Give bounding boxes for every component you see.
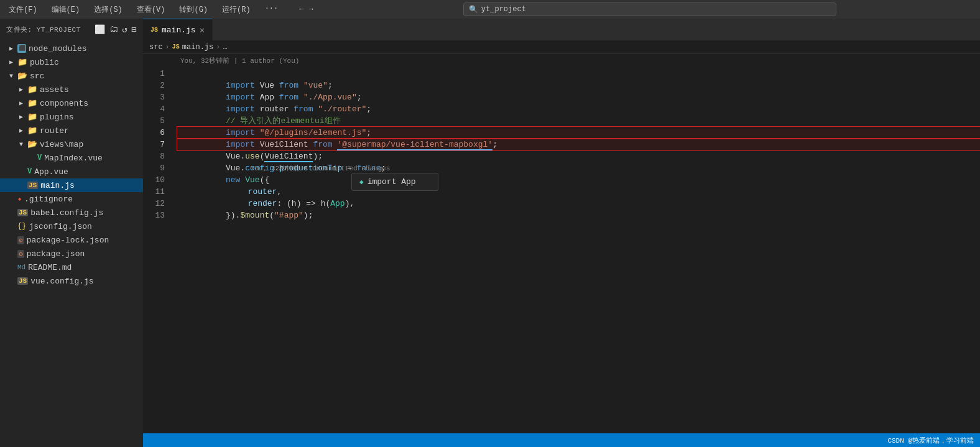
sidebar-item-app-vue[interactable]: ▶ V App.vue [0, 165, 143, 178]
js-icon: JS [27, 182, 38, 189]
folder-icon: 📁 [27, 85, 37, 94]
uncommitted-label: You, 32秒钟前 • Uncommitted changes [251, 165, 390, 172]
autocomplete-item-icon: ◆ [359, 178, 364, 186]
sidebar-item-label: main.js [40, 181, 143, 190]
search-icon: 🔍 [469, 5, 478, 14]
sidebar-item-label: README.md [28, 263, 143, 272]
menu-file[interactable]: 文件(F) [6, 3, 40, 16]
folder-icon: 📁 [27, 98, 37, 108]
sidebar-item-label: src [30, 71, 143, 81]
js-icon: JS [17, 277, 28, 285]
code-editor[interactable]: 1 2 3 4 5 6 7 8 9 10 11 12 13 import Vue… [143, 67, 980, 433]
breadcrumb-file[interactable]: main.js [182, 43, 213, 52]
sidebar-item-plugins[interactable]: ▶ 📁 plugins [0, 110, 143, 124]
line-number: 9 [143, 162, 165, 174]
sidebar-item-label: node_modules [29, 44, 143, 53]
main-layout: 文件夹: YT_PROJECT ⬜ 🗂 ↺ ⊟ ▶ ⬛ node_modules… [0, 19, 980, 447]
sidebar-item-label: plugins [40, 113, 143, 122]
sidebar-item-jsconfig[interactable]: ▶ {} jsconfig.json [0, 219, 143, 233]
line-number: 6 [143, 127, 165, 139]
menu-goto[interactable]: 转到(G) [177, 3, 210, 16]
breadcrumb: src › JS main.js › … [143, 40, 980, 54]
file-tree: ▶ ⬛ node_modules ▶ 📁 public ▼ 📂 src ▶ 📁 … [0, 40, 143, 447]
refresh-icon[interactable]: ↺ [122, 24, 127, 35]
tab-bar: JS main.js ✕ [143, 19, 980, 40]
line-number: 11 [143, 186, 165, 198]
arrow-icon: ▶ [17, 113, 25, 121]
title-bar: 文件(F) 编辑(E) 选择(S) 查看(V) 转到(G) 运行(R) ··· … [0, 0, 980, 19]
code-line-11: render: (h) => h(App), [177, 186, 980, 198]
sidebar-item-mapindex[interactable]: ▶ V MapIndex.vue [0, 151, 143, 165]
vue-icon: V [27, 167, 32, 176]
sidebar-item-label: package-lock.json [27, 236, 143, 245]
code-content[interactable]: import Vue from "vue"; import App from "… [171, 67, 980, 433]
sidebar-item-vue-config[interactable]: ▶ JS vue.config.js [0, 274, 143, 288]
sidebar-item-src[interactable]: ▼ 📂 src [0, 69, 143, 83]
sidebar-item-assets[interactable]: ▶ 📁 assets [0, 83, 143, 96]
sidebar-item-package[interactable]: ▶ ⚙ package.json [0, 247, 143, 260]
sidebar-item-label: assets [40, 85, 143, 94]
sidebar-item-label: MapIndex.vue [44, 154, 143, 163]
new-file-icon[interactable]: ⬜ [95, 24, 106, 35]
menu-select[interactable]: 选择(S) [91, 3, 125, 16]
line-number: 2 [143, 80, 165, 91]
arrow-icon: ▶ [7, 58, 15, 66]
tab-close-button[interactable]: ✕ [200, 25, 205, 35]
sidebar-item-babel[interactable]: ▶ JS babel.config.js [0, 206, 143, 219]
tab-label: main.js [162, 25, 196, 35]
folder-icon: 📁 [17, 57, 27, 67]
arrow-icon: ▶ [17, 127, 25, 134]
breadcrumb-src[interactable]: src [149, 43, 163, 52]
sidebar-item-label: jsconfig.json [29, 222, 143, 231]
lock-icon: ⚙ [17, 236, 24, 244]
arrow-icon: ▶ [7, 45, 15, 52]
sidebar: 文件夹: YT_PROJECT ⬜ 🗂 ↺ ⊟ ▶ ⬛ node_modules… [0, 19, 143, 447]
sidebar-item-router[interactable]: ▶ 📁 router [0, 124, 143, 137]
arrow-icon: ▼ [7, 73, 15, 80]
line-number: 1 [143, 68, 165, 80]
menu-edit[interactable]: 编辑(E) [49, 3, 83, 16]
sidebar-item-main-js[interactable]: ▶ JS main.js [0, 178, 143, 192]
breadcrumb-context[interactable]: … [223, 43, 227, 52]
new-folder-icon[interactable]: 🗂 [109, 24, 119, 35]
sidebar-item-views-map[interactable]: ▼ 📂 views\map [0, 137, 143, 151]
back-arrow[interactable]: ← [299, 5, 303, 14]
sidebar-item-readme[interactable]: ▶ Md README.md [0, 260, 143, 274]
menu-view[interactable]: 查看(V) [134, 3, 168, 16]
folder-icon: 📂 [27, 139, 37, 149]
line-number: 3 [143, 91, 165, 103]
sidebar-item-label: public [30, 58, 143, 67]
blame-text: You, 32秒钟前 | 1 author (You) [180, 56, 299, 65]
autocomplete-item-import-app[interactable]: ◆ import App [352, 176, 438, 188]
sidebar-item-gitignore[interactable]: ▶ ⬥ .gitignore [0, 192, 143, 206]
sidebar-item-components[interactable]: ▶ 📁 components [0, 96, 143, 110]
forward-arrow[interactable]: → [308, 5, 313, 14]
arrow-icon: ▶ [17, 86, 25, 93]
sidebar-item-public[interactable]: ▶ 📁 public [0, 55, 143, 69]
collapse-icon[interactable]: ⊟ [131, 24, 137, 35]
search-text: yt_project [481, 5, 526, 14]
autocomplete-item-label: import App [368, 177, 416, 187]
json-icon: {} [17, 222, 26, 231]
arrow-icon: ▶ [17, 99, 25, 107]
line-number: 5 [143, 115, 165, 127]
tab-main-js[interactable]: JS main.js ✕ [143, 19, 213, 40]
js-icon: JS [17, 209, 28, 216]
menu-dots[interactable]: ··· [262, 3, 281, 16]
md-icon: Md [17, 264, 25, 271]
gitignore-icon: ⬥ [17, 195, 22, 203]
menu-run[interactable]: 运行(R) [220, 3, 253, 16]
sidebar-item-label: vue.config.js [30, 277, 143, 286]
vue-icon: V [37, 154, 42, 162]
line-numbers: 1 2 3 4 5 6 7 8 9 10 11 12 13 [143, 67, 171, 433]
editor-area: JS main.js ✕ src › JS main.js › … You, 3… [143, 19, 980, 447]
search-bar[interactable]: 🔍 yt_project [463, 2, 836, 16]
sidebar-item-node-modules[interactable]: ▶ ⬛ node_modules [0, 42, 143, 55]
autocomplete-popup[interactable]: ◆ import App [351, 173, 438, 191]
menu-bar[interactable]: 文件(F) 编辑(E) 选择(S) 查看(V) 转到(G) 运行(R) ··· [6, 3, 280, 16]
sidebar-item-label: App.vue [34, 167, 143, 177]
nav-arrows[interactable]: ← → [299, 5, 313, 14]
sidebar-header-icons[interactable]: ⬜ 🗂 ↺ ⊟ [95, 24, 137, 35]
sidebar-item-label: .gitignore [24, 195, 143, 204]
sidebar-item-package-lock[interactable]: ▶ ⚙ package-lock.json [0, 233, 143, 247]
